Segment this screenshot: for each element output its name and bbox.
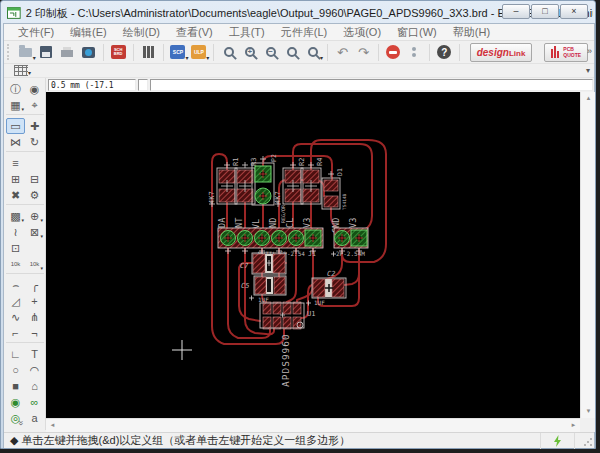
tool-meander[interactable]: ≀ [6, 224, 25, 240]
tool-text[interactable]: T [25, 346, 44, 362]
svg-text:D1: D1 [336, 168, 344, 176]
info-icon: ⓘ [10, 82, 21, 97]
eagle-window: 2 印制板 - C:\Users\Administrator\Documents… [0, 0, 596, 449]
component-c5: C5 1UF [241, 276, 286, 303]
undo-button[interactable]: ↶ [333, 42, 352, 62]
minimize-button[interactable]: – [502, 4, 530, 19]
menu-8[interactable]: 帮助(H) [445, 24, 498, 40]
tool-route-curve[interactable]: ⌢ [6, 277, 25, 293]
group-icon: ▭ [10, 120, 20, 133]
tool-rotate[interactable]: ↻ [25, 134, 44, 150]
tool-group[interactable]: ▭ [6, 118, 25, 134]
toolbar-overflow[interactable]: » [587, 46, 592, 56]
vertical-scrollbar[interactable]: ▲ ▼ [580, 92, 595, 418]
zoom-out-button[interactable]: − [261, 42, 280, 62]
design-link-button[interactable]: designLink [470, 43, 533, 62]
tool-info[interactable]: ⓘ [6, 81, 25, 97]
save-button[interactable] [37, 42, 56, 62]
tool-optimize[interactable]: + [25, 293, 44, 309]
scroll-down-arrow[interactable]: ▼ [581, 405, 596, 418]
replace-alt-icon: 10k [30, 261, 40, 267]
help-button[interactable]: ? [435, 42, 454, 62]
horizontal-scrollbar[interactable]: ◄ ► [46, 418, 580, 432]
zoom-fit-button[interactable] [219, 42, 238, 62]
tool-replace-alt[interactable]: 10k▾ [25, 256, 44, 272]
tool-name[interactable]: ≡ [6, 155, 25, 171]
maximize-button[interactable]: □ [531, 4, 559, 19]
pcb-quote-button[interactable]: PCBQUOTE [544, 43, 588, 62]
print-button[interactable] [58, 42, 77, 62]
title-bar[interactable]: 2 印制板 - C:\Users\Administrator\Documents… [3, 3, 593, 23]
zoom-select-button[interactable] [282, 42, 301, 62]
status-message: ◆ 单击左键并拖拽(&d)以定义组（或者单击左键开始定义一组多边形） [4, 433, 540, 448]
tool-miter[interactable]: ◿ [6, 293, 25, 309]
scroll-up-arrow[interactable]: ▲ [581, 92, 596, 105]
redo-button[interactable]: ↷ [354, 42, 373, 62]
menu-6[interactable]: 选项(O) [335, 24, 389, 40]
tool-copy[interactable]: ⊞ [6, 171, 25, 187]
tool-arc[interactable]: ◠ [25, 362, 44, 378]
menu-5[interactable]: 元件库(L) [273, 24, 335, 40]
library-button[interactable] [139, 42, 158, 62]
component-d1: D1 TS4148 [322, 168, 347, 210]
tool-lock[interactable]: ⊠▾ [25, 224, 44, 240]
resize-grip[interactable] [583, 437, 593, 447]
route-icon: ⊕ [30, 210, 39, 223]
menu-0[interactable]: 文件(F) [10, 24, 62, 40]
menu-1[interactable]: 编辑(E) [62, 24, 115, 40]
traffic-light-button[interactable] [405, 42, 424, 62]
script-button[interactable]: SCP▾ [168, 42, 187, 62]
tool-delete[interactable]: ✖ [6, 187, 25, 203]
tool-route[interactable]: ⊕▾ [25, 208, 44, 224]
tool-replace[interactable]: 10k [6, 256, 25, 272]
stop-button[interactable] [384, 42, 403, 62]
tool-via[interactable]: ◉ [6, 394, 25, 410]
tool-show[interactable]: ◉ [25, 81, 44, 97]
tool-smash[interactable]: a [25, 410, 44, 426]
tool-bend-left[interactable]: ⌐ [6, 325, 25, 341]
grid-icon[interactable] [14, 65, 28, 76]
command-input[interactable] [150, 79, 593, 91]
tool-move[interactable]: ✚ [25, 118, 44, 134]
tool-paste[interactable]: ⊟ [25, 171, 44, 187]
app-icon [7, 6, 21, 20]
component-j4: 2P-2.54M [334, 228, 368, 257]
tool-wire[interactable]: ∟ [6, 346, 25, 362]
menu-7[interactable]: 窗口(W) [389, 24, 445, 40]
menu-3[interactable]: 查看(V) [168, 24, 221, 40]
tool-spacer[interactable] [25, 240, 44, 256]
gridbar-overflow[interactable]: ▾ [586, 66, 590, 75]
tool-lock-alt[interactable]: ⊡ [6, 240, 25, 256]
tool-ratsnest[interactable]: ▩▾ [6, 208, 25, 224]
menu-4[interactable]: 工具(T) [221, 24, 273, 40]
tool-ripup[interactable]: ∿ [6, 309, 25, 325]
pcb-canvas[interactable]: R1 4K7 R3 P2 [46, 92, 580, 418]
ulp-button[interactable]: ULP▾ [189, 42, 208, 62]
tool-value[interactable] [25, 155, 44, 171]
scroll-right-arrow[interactable]: ► [567, 419, 580, 432]
cam-button[interactable] [79, 42, 98, 62]
menu-2[interactable]: 绘制(D) [115, 24, 168, 40]
smash-icon: a [31, 412, 37, 424]
tool-display[interactable]: ▦▾ [6, 97, 25, 113]
scroll-left-arrow[interactable]: ◄ [46, 419, 59, 432]
tool-polygon[interactable]: ⌂ [25, 378, 44, 394]
tool-bend-right[interactable]: ¬ [25, 325, 44, 341]
tool-circle[interactable]: ○ [6, 362, 25, 378]
palette-expand[interactable]: » [16, 420, 26, 425]
zoom-redraw-button[interactable]: ▾ [303, 42, 322, 62]
tool-mark[interactable]: ⌖ [25, 97, 44, 113]
tool-signal[interactable]: ∞ [25, 394, 44, 410]
tool-corner[interactable]: ╭ [25, 277, 44, 293]
tool-mirror[interactable]: ⋈ [6, 134, 25, 150]
main-toolbar: ▾ SCHBRD SCP▾ ULP▾ + − ▾ ↶ ↷ [4, 41, 594, 64]
zoom-select-icon [287, 47, 297, 57]
tool-change[interactable]: ⚙ [25, 187, 44, 203]
move-icon: ✚ [30, 120, 39, 133]
close-button[interactable]: × [560, 4, 588, 19]
schematic-board-switch[interactable]: SCHBRD [109, 42, 128, 62]
zoom-in-button[interactable]: + [240, 42, 259, 62]
tool-rect[interactable]: ■ [6, 378, 25, 394]
tool-split[interactable]: ⋔ [25, 309, 44, 325]
open-button[interactable]: ▾ [16, 42, 35, 62]
